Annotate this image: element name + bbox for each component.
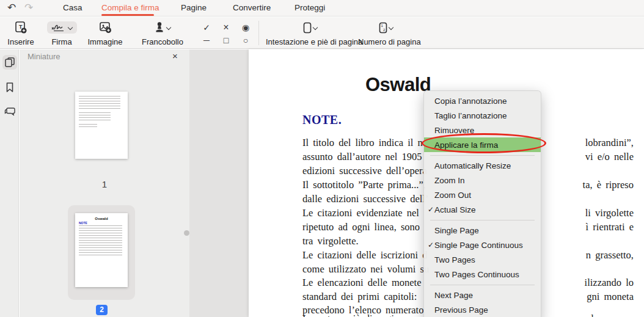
page-thumbnail-1[interactable]: [75, 92, 128, 159]
stamp-button[interactable]: Francobollo: [137, 20, 188, 46]
page-number-icon: 1 2: [379, 22, 387, 34]
thumbnail-text-lines: [79, 124, 97, 127]
menu-separator: [424, 282, 541, 288]
section-heading: NOTE.: [302, 113, 342, 127]
ribbon-tab-bar: ↶ ↷ Casa Compila e firma Pagine Converti…: [0, 0, 644, 16]
menu-item-two-pages[interactable]: Two Pages: [424, 252, 541, 267]
thumbnails-icon: [4, 57, 15, 68]
insert-field-button[interactable]: T Inserire: [4, 20, 38, 46]
header-footer-icon: [303, 22, 312, 34]
menu-separator: [424, 217, 541, 223]
undo-button[interactable]: ↶: [7, 1, 16, 15]
tab-compila-e-firma[interactable]: Compila e firma: [101, 3, 159, 12]
selected-thumbnail-highlight: Oswald NOTE: [68, 205, 135, 300]
menu-item-zoom-out[interactable]: Zoom Out: [424, 188, 541, 202]
checkmark-tool[interactable]: ✓: [203, 23, 210, 32]
chevron-down-icon: [313, 24, 318, 29]
chevron-down-icon: [389, 24, 393, 29]
image-icon: [84, 20, 126, 35]
thumbnail-text-lines: [79, 112, 111, 121]
svg-text:2: 2: [383, 28, 386, 32]
page-number-button[interactable]: 1 2 Numero di pagina: [358, 20, 414, 46]
menu-item-previous-page[interactable]: Previous Page: [424, 302, 541, 317]
shape-tools-group: ✓ × ◉ ─ □ ○: [197, 21, 255, 46]
signature-icon: [51, 23, 66, 32]
signature-pill: [47, 21, 77, 34]
ribbon-toolbar: T Inserire Firma: [0, 17, 644, 49]
panel-resize-handle[interactable]: [184, 230, 189, 236]
sidebar-icon-strip: [0, 49, 19, 317]
selected-page-badge: 2: [96, 305, 108, 315]
thumbnail-doc-heading: NOTE: [79, 221, 124, 225]
menu-item-cut-annotation[interactable]: Taglio l’annotazione: [424, 108, 541, 123]
tab-convertire[interactable]: Convertire: [233, 3, 271, 12]
chevron-down-icon: [167, 24, 171, 29]
document-title: Oswald: [365, 74, 431, 96]
page-thumbnail-2[interactable]: Oswald NOTE: [75, 213, 128, 287]
tab-casa[interactable]: Casa: [63, 3, 82, 12]
menu-item-single-page[interactable]: Single Page: [424, 223, 541, 238]
panel-title: Miniature: [27, 52, 60, 61]
toolbar-divider: [258, 21, 259, 45]
tab-pagine[interactable]: Pagine: [181, 3, 207, 12]
bookmarks-panel-button[interactable]: [2, 80, 17, 95]
square-tool[interactable]: □: [224, 36, 229, 45]
insert-field-icon: T: [4, 20, 38, 35]
menu-item-single-page-continuous[interactable]: ✓Single Page Continuous: [424, 238, 541, 252]
svg-text:1: 1: [381, 24, 384, 27]
menu-item-actual-size[interactable]: ✓Actual Size: [424, 202, 541, 217]
header-footer-button[interactable]: Intestazione e piè di pagina: [266, 20, 354, 46]
line-tool[interactable]: ─: [203, 36, 210, 45]
thumbnails-panel-button[interactable]: [2, 55, 17, 70]
menu-item-two-pages-continuous[interactable]: Two Pages Continuous: [424, 267, 541, 282]
thumbnail-doc-title: Oswald: [79, 217, 124, 221]
bookmark-icon: [5, 82, 15, 93]
context-menu: Copia l’annotazione Taglio l’annotazione…: [423, 90, 541, 317]
menu-item-next-page[interactable]: Next Page: [424, 288, 541, 302]
redo-button[interactable]: ↷: [24, 1, 33, 15]
comments-panel-button[interactable]: [2, 104, 17, 118]
checkmark-icon: ✓: [424, 205, 434, 214]
circle-tool[interactable]: ○: [243, 36, 248, 45]
thumbnail-text-lines: [79, 225, 122, 257]
close-panel-button[interactable]: ×: [172, 51, 178, 61]
active-tab-underline: [101, 14, 154, 16]
checkmark-icon: ✓: [424, 241, 434, 249]
signature-button[interactable]: Firma: [44, 20, 79, 46]
menu-item-zoom-in[interactable]: Zoom In: [424, 173, 541, 188]
comments-icon: [4, 106, 16, 117]
thumbnail-text-lines: [79, 96, 120, 111]
cross-tool[interactable]: ×: [223, 23, 229, 32]
menu-item-automatically-resize[interactable]: Automatically Resize: [424, 158, 541, 173]
thumbnails-panel: Miniature × 1 Oswald NOTE 2: [20, 49, 189, 317]
stamp-icon: [154, 21, 165, 34]
annotation-oval: [422, 133, 546, 153]
pdf-editor-window: ↶ ↷ Casa Compila e firma Pagine Converti…: [0, 0, 644, 317]
page-number-label-1: 1: [20, 179, 189, 189]
chevron-down-icon: [68, 24, 73, 29]
radio-dot-tool[interactable]: ◉: [242, 23, 249, 32]
menu-item-copy-annotation[interactable]: Copia l’annotazione: [424, 93, 541, 108]
viewer-gutter: [189, 49, 249, 317]
tab-proteggi[interactable]: Proteggi: [295, 3, 325, 12]
image-button[interactable]: Immagine: [84, 20, 126, 46]
